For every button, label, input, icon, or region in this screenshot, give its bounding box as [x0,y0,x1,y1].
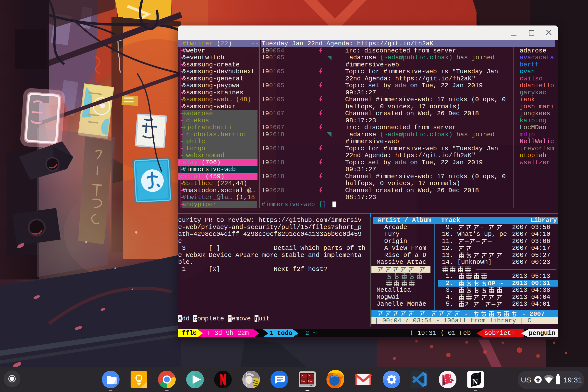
svg-text:N: N [472,377,478,386]
